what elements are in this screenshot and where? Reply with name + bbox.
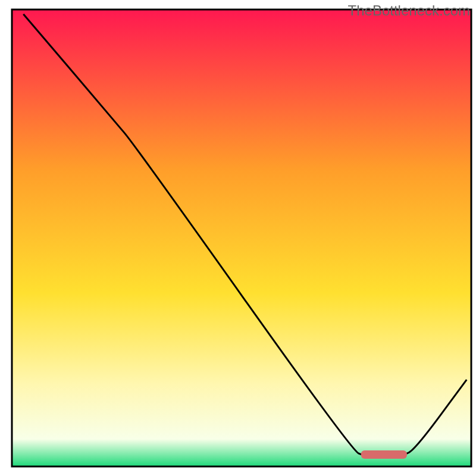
bottleneck-chart: TheBottleneck.com	[0, 0, 476, 476]
gradient-background	[12, 10, 471, 466]
chart-svg	[0, 0, 476, 476]
watermark-text: TheBottleneck.com	[348, 2, 470, 19]
optimal-marker	[361, 450, 407, 459]
